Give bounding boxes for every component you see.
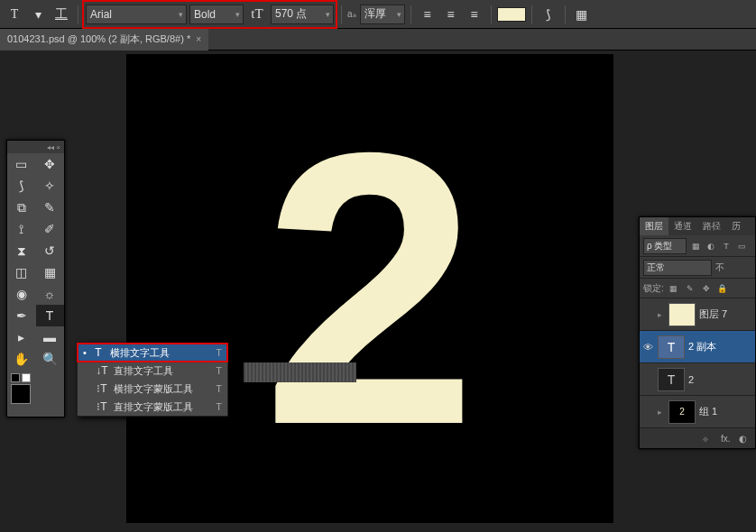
flyout-shortcut: T (216, 365, 222, 376)
expand-icon[interactable]: ▸ (658, 408, 665, 417)
pen-tool[interactable]: ✒ (7, 305, 35, 326)
type-vertical-icon[interactable]: 工 (51, 4, 72, 25)
font-size-dropdown[interactable]: 570 点 (271, 5, 334, 24)
anti-alias-dropdown[interactable]: 浑厚 (360, 5, 405, 24)
align-right-icon[interactable]: ≡ (464, 4, 485, 25)
filter-kind-dropdown[interactable]: ρ 类型 (643, 238, 687, 254)
visibility-icon[interactable]: 👁 (641, 342, 654, 353)
canvas[interactable]: 2 (126, 54, 613, 523)
document-tab-title: 0104231.psd @ 100% (2 副本, RGB/8#) * (7, 32, 190, 46)
tab-channels[interactable]: 通道 (668, 217, 697, 235)
lock-position-icon[interactable]: ✥ (700, 282, 713, 295)
tools-panel-header[interactable]: ◂◂ × (7, 141, 64, 153)
layer-thumbnail[interactable] (668, 303, 696, 326)
layer-row[interactable]: T 2 (640, 363, 755, 396)
layers-filter-bar: ρ 类型 ▦ ◐ T ▭ (640, 235, 755, 257)
layer-thumbnail[interactable]: T (658, 368, 685, 391)
layer-name: 2 (688, 374, 694, 385)
tab-history[interactable]: 历 (726, 217, 746, 235)
layers-tabs: 图层 通道 路径 历 (640, 217, 755, 235)
filter-image-icon[interactable]: ▦ (689, 240, 702, 252)
eraser-tool[interactable]: ◫ (7, 261, 35, 283)
layer-row[interactable]: ▸ 图层 7 (640, 298, 755, 331)
dodge-tool[interactable]: ☼ (36, 283, 64, 305)
selection-marquee (244, 362, 356, 382)
mask-icon[interactable]: ◐ (739, 434, 751, 444)
foreground-color-swatch[interactable] (11, 384, 31, 404)
flyout-label: 横排文字工具 (110, 346, 170, 360)
tab-layers[interactable]: 图层 (640, 217, 668, 235)
filter-adjust-icon[interactable]: ◐ (705, 240, 717, 252)
fx-icon[interactable]: fx. (721, 434, 733, 444)
text-color-swatch[interactable] (497, 7, 526, 22)
font-size-icon: tT (246, 4, 268, 25)
layer-row[interactable]: 👁 T 2 副本 (640, 331, 755, 363)
character-panel-icon[interactable]: ▦ (571, 4, 593, 25)
zoom-tool[interactable]: 🔍 (36, 348, 64, 370)
hand-tool[interactable]: ✋ (7, 348, 35, 370)
flyout-label: 横排文字蒙版工具 (114, 382, 193, 396)
type-tool[interactable]: T (36, 305, 64, 326)
tools-panel: ◂◂ × ▭ ✥ ⟆ ✧ ⧉ ✎ ⟟ ✐ ⧗ ↺ ◫ ▦ ◉ ☼ ✒ T ▸ ▬… (6, 140, 65, 417)
lock-label: 锁定: (643, 282, 664, 295)
align-center-icon[interactable]: ≡ (440, 4, 462, 25)
lock-image-icon[interactable]: ✎ (684, 282, 696, 295)
clone-stamp-tool[interactable]: ⧗ (7, 240, 35, 261)
opacity-label: 不 (715, 261, 724, 274)
text-options-bar: T ▾ 工 Arial Bold tT 570 点 aₐ 浑厚 ≡ ≡ ≡ ⟆ … (0, 0, 756, 29)
gradient-tool[interactable]: ▦ (36, 261, 64, 283)
brush-tool[interactable]: ✐ (36, 218, 64, 240)
blur-tool[interactable]: ◉ (7, 283, 35, 305)
font-group-highlight: Arial Bold tT 570 点 (84, 2, 336, 27)
layers-panel: 图层 通道 路径 历 ρ 类型 ▦ ◐ T ▭ 正常 不 锁定: ▦ ✎ ✥ 🔒… (639, 216, 756, 449)
flyout-vertical-mask[interactable]: ⁝T 直排文字蒙版工具 T (78, 398, 227, 416)
lasso-tool[interactable]: ⟆ (7, 175, 35, 197)
link-layers-icon[interactable]: ⟐ (703, 434, 715, 444)
type-orientation-icon[interactable]: ▾ (27, 4, 49, 25)
align-left-icon[interactable]: ≡ (417, 4, 438, 25)
shape-tool[interactable]: ▬ (36, 326, 64, 348)
layers-mode-bar: 正常 不 (640, 257, 755, 279)
eyedropper-tool[interactable]: ✎ (36, 197, 64, 218)
path-selection-tool[interactable]: ▸ (7, 326, 35, 348)
flyout-shortcut: T (216, 383, 222, 394)
filter-shape-icon[interactable]: ▭ (735, 240, 748, 252)
font-family-dropdown[interactable]: Arial (86, 5, 187, 24)
move-tool[interactable]: ✥ (36, 153, 64, 175)
layer-name: 组 1 (699, 405, 717, 418)
type-mask-icon: ⁝T (96, 382, 108, 395)
type-mask-icon: ⁝T (96, 400, 108, 413)
flyout-horizontal-type[interactable]: • T 横排文字工具 T (78, 344, 227, 362)
filter-type-icon[interactable]: T (720, 240, 733, 252)
lock-transparency-icon[interactable]: ▦ (668, 282, 680, 295)
font-family-value: Arial (90, 8, 112, 21)
flyout-vertical-type[interactable]: ↓T 直排文字工具 T (78, 362, 227, 380)
type-tool-icon[interactable]: T (4, 4, 25, 25)
layer-row[interactable]: ▸ 2 组 1 (640, 396, 755, 428)
layer-thumbnail[interactable]: 2 (668, 400, 696, 424)
warp-text-icon[interactable]: ⟆ (538, 4, 559, 25)
layer-name: 图层 7 (699, 307, 727, 321)
font-style-dropdown[interactable]: Bold (189, 5, 244, 24)
aa-label: aₐ (347, 9, 356, 19)
swap-colors-icon[interactable] (22, 373, 31, 382)
tab-paths[interactable]: 路径 (697, 217, 726, 235)
type-tool-flyout: • T 横排文字工具 T ↓T 直排文字工具 T ⁝T 横排文字蒙版工具 T ⁝… (77, 343, 228, 417)
healing-brush-tool[interactable]: ⟟ (7, 218, 35, 240)
history-brush-tool[interactable]: ↺ (36, 240, 64, 261)
close-icon[interactable]: × (196, 34, 201, 44)
flyout-shortcut: T (216, 401, 222, 412)
magic-wand-tool[interactable]: ✧ (36, 175, 64, 197)
crop-tool[interactable]: ⧉ (7, 197, 35, 218)
marquee-tool[interactable]: ▭ (7, 153, 35, 175)
flyout-shortcut: T (216, 347, 222, 358)
anti-alias-value: 浑厚 (364, 6, 386, 22)
flyout-horizontal-mask[interactable]: ⁝T 横排文字蒙版工具 T (78, 380, 227, 398)
font-style-value: Bold (194, 8, 216, 21)
blend-mode-dropdown[interactable]: 正常 (643, 260, 712, 276)
document-tab[interactable]: 0104231.psd @ 100% (2 副本, RGB/8#) * × (0, 29, 208, 50)
layer-thumbnail[interactable]: T (658, 335, 685, 359)
lock-all-icon[interactable]: 🔒 (716, 282, 729, 295)
default-colors-icon[interactable] (11, 373, 20, 382)
document-tab-bar: 0104231.psd @ 100% (2 副本, RGB/8#) * × (0, 29, 756, 50)
